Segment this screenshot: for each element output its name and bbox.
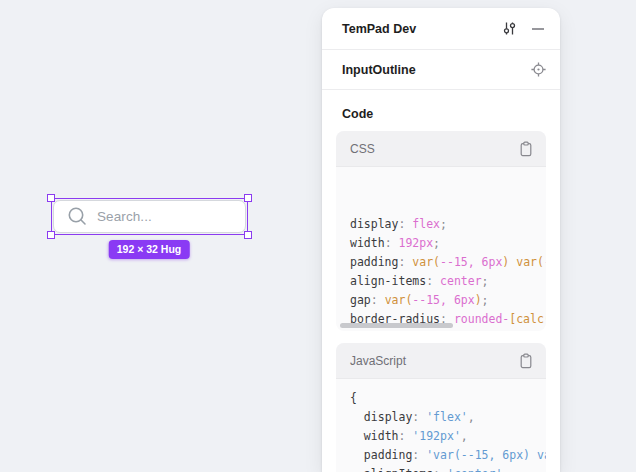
plugin-title: TemPad Dev: [342, 22, 501, 36]
copy-icon[interactable]: [518, 353, 534, 369]
sliders-icon[interactable]: [501, 21, 517, 37]
magnifier-icon: [67, 206, 88, 227]
code-line: display: 'flex',: [350, 408, 532, 427]
code-line: alignItems: 'center',: [350, 465, 532, 472]
selection-handle-bottom-left[interactable]: [47, 231, 55, 239]
code-line: {: [350, 389, 532, 408]
css-card-title: CSS: [350, 142, 518, 156]
code-line: border: 1px solid --ui-border-input;: [350, 329, 532, 331]
code-line: gap: var(--15, 6px);: [350, 291, 532, 310]
code-section-label: Code: [342, 107, 540, 121]
code-line: display: flex;: [350, 215, 532, 234]
selection-handle-top-left[interactable]: [47, 194, 55, 202]
horizontal-scrollbar[interactable]: [340, 323, 453, 328]
locate-icon[interactable]: [530, 62, 546, 78]
css-card-header[interactable]: CSS: [336, 131, 546, 167]
selection-handle-top-right[interactable]: [244, 194, 252, 202]
code-line: align-items: center;: [350, 272, 532, 291]
copy-icon[interactable]: [518, 141, 534, 157]
code-line: width: '192px',: [350, 427, 532, 446]
javascript-card-title: JavaScript: [350, 354, 518, 368]
selection-size-badge: 192 × 32 Hug: [109, 240, 190, 259]
selection-handle-bottom-right[interactable]: [244, 231, 252, 239]
search-input-component[interactable]: Search...: [53, 200, 246, 233]
code-line: padding: var(--15, 6px) var(--15, 6px);: [350, 253, 532, 272]
code-line: width: 192px;: [350, 234, 532, 253]
css-code-body[interactable]: display: flex;width: 192px;padding: var(…: [336, 167, 546, 331]
selected-component-row: InputOutline: [322, 50, 560, 90]
javascript-card-header[interactable]: JavaScript: [336, 343, 546, 379]
code-line: padding: 'var(--15, 6px) var(--15, 6px)'…: [350, 446, 532, 465]
javascript-code-card: JavaScript { display: 'flex', width: '19…: [336, 343, 546, 472]
javascript-code-body[interactable]: { display: 'flex', width: '192px', paddi…: [336, 379, 546, 472]
css-code-card: CSS display: flex;width: 192px;padding: …: [336, 131, 546, 331]
plugin-header: TemPad Dev: [322, 8, 560, 50]
search-placeholder: Search...: [97, 209, 152, 224]
tempad-dev-plugin-panel: TemPad Dev InputOutline: [322, 8, 560, 472]
component-name: InputOutline: [342, 63, 530, 77]
minimize-icon[interactable]: [530, 21, 546, 37]
